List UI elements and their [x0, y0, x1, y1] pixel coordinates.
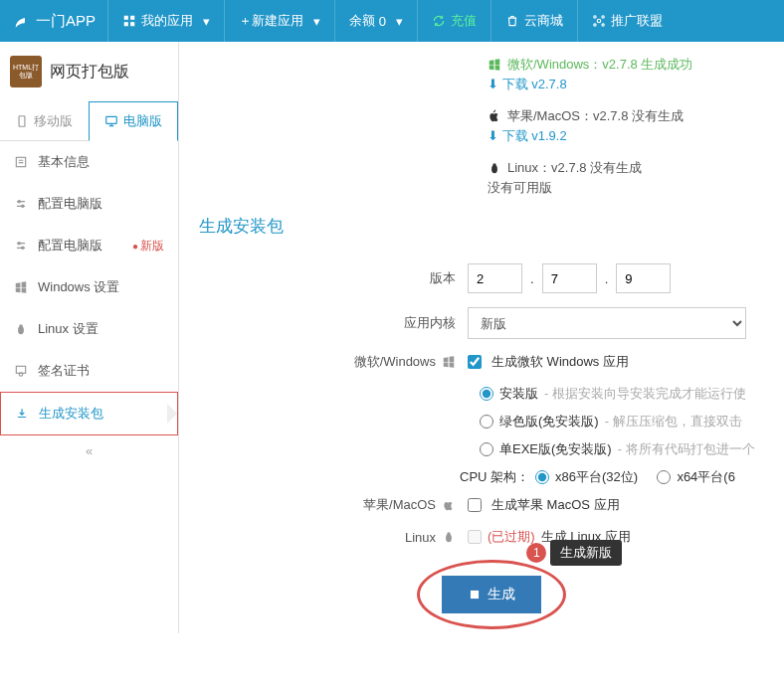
annotation-label: 生成新版 — [550, 540, 622, 566]
svg-rect-2 — [124, 22, 128, 26]
cpu-x86-radio[interactable] — [535, 470, 549, 484]
app-icon: HTML打包版 — [10, 56, 42, 87]
certificate-icon — [14, 364, 28, 378]
generate-button[interactable]: 生成 — [442, 576, 541, 613]
kernel-label: 应用内核 — [199, 314, 468, 332]
section-title: 生成安装包 — [199, 215, 784, 238]
package-icon — [468, 588, 482, 602]
linux-icon — [488, 161, 501, 175]
svg-point-23 — [447, 532, 451, 536]
download-windows-link[interactable]: ⬇ 下载 v2.7.8 — [488, 76, 567, 93]
svg-point-21 — [492, 163, 496, 167]
top-nav: 一门APP 我的应用 ▾ ＋ 新建应用 ▾ 余额 0 ▾ 充值 云商城 推广联盟 — [0, 0, 784, 42]
linux-row-label: Linux — [199, 530, 468, 545]
svg-point-8 — [602, 24, 604, 26]
info-icon — [14, 155, 28, 169]
svg-rect-24 — [471, 591, 479, 599]
refresh-icon — [432, 14, 446, 28]
svg-rect-10 — [106, 116, 117, 123]
version-major-input[interactable] — [468, 263, 522, 293]
app-name: 网页打包版 — [50, 62, 129, 83]
linux-icon — [14, 322, 28, 336]
svg-point-4 — [597, 19, 601, 23]
linux-icon — [442, 530, 456, 544]
status-windows: 微软/Windows：v2.7.8 生成成功 ⬇ 下载 v2.7.8 — [488, 56, 784, 93]
network-icon — [592, 14, 606, 28]
apple-icon — [488, 109, 501, 123]
svg-point-6 — [602, 16, 604, 18]
status-linux: Linux：v2.7.8 没有生成 没有可用版 — [488, 159, 784, 197]
kernel-select[interactable]: 新版 — [468, 307, 746, 339]
svg-rect-9 — [19, 115, 25, 126]
nav-my-apps[interactable]: 我的应用 ▾ — [107, 0, 224, 42]
collapse-sidebar[interactable]: « — [0, 435, 178, 466]
windows-icon — [488, 58, 501, 72]
app-header: HTML打包版 网页打包版 — [0, 42, 178, 101]
main-content: 微软/Windows：v2.7.8 生成成功 ⬇ 下载 v2.7.8 苹果/Ma… — [179, 42, 784, 633]
monitor-icon — [104, 114, 118, 128]
sliders-icon — [14, 239, 28, 253]
download-macos-link[interactable]: ⬇ 下载 v1.9.2 — [488, 127, 567, 145]
grid-icon — [122, 14, 136, 28]
macos-checkbox[interactable] — [468, 498, 482, 512]
menu-windows-settings[interactable]: Windows 设置 — [0, 266, 178, 308]
svg-point-7 — [594, 24, 596, 26]
macos-row-label: 苹果/MacOS — [199, 496, 468, 514]
svg-rect-1 — [130, 16, 134, 20]
svg-point-5 — [594, 16, 596, 18]
version-patch-input[interactable] — [616, 263, 671, 293]
leaf-icon — [12, 12, 30, 30]
windows-checkbox[interactable] — [468, 355, 482, 369]
nav-new-app[interactable]: ＋ 新建应用 ▾ — [224, 0, 334, 42]
svg-point-19 — [19, 373, 23, 377]
plus-icon: ＋ — [239, 12, 252, 30]
menu-config-desktop-new[interactable]: 配置电脑版 新版 — [0, 225, 178, 266]
svg-rect-3 — [130, 22, 134, 26]
brand: 一门APP — [0, 12, 107, 31]
bag-icon — [505, 14, 519, 28]
chevron-down-icon: ▾ — [203, 14, 210, 29]
opt-green-radio[interactable] — [480, 415, 493, 429]
phone-icon — [15, 114, 29, 128]
annotation-callout: 1 生成新版 — [526, 540, 622, 566]
menu-basic-info[interactable]: 基本信息 — [0, 141, 178, 183]
tab-mobile[interactable]: 移动版 — [0, 101, 89, 140]
linux-checkbox — [468, 530, 482, 544]
menu-certificate[interactable]: 签名证书 — [0, 350, 178, 392]
menu-build-package[interactable]: 生成安装包 — [0, 392, 178, 435]
windows-icon — [442, 355, 456, 369]
annotation-number: 1 — [526, 543, 546, 563]
version-minor-input[interactable] — [542, 263, 597, 293]
chevron-down-icon: ▾ — [396, 14, 403, 29]
nav-balance[interactable]: 余额 0 ▾ — [334, 0, 417, 42]
windows-row-label: 微软/Windows — [199, 353, 468, 371]
cpu-x64-radio[interactable] — [657, 470, 671, 484]
new-badge: 新版 — [132, 238, 164, 255]
opt-exe-radio[interactable] — [480, 442, 493, 456]
nav-recharge[interactable]: 充值 — [417, 0, 490, 42]
menu-linux-settings[interactable]: Linux 设置 — [0, 308, 178, 350]
svg-rect-0 — [124, 16, 128, 20]
version-label: 版本 — [199, 269, 468, 287]
menu-config-desktop[interactable]: 配置电脑版 — [0, 183, 178, 225]
svg-point-17 — [19, 324, 23, 328]
nav-promote[interactable]: 推广联盟 — [577, 0, 677, 42]
chevron-down-icon: ▾ — [313, 14, 320, 29]
tab-desktop[interactable]: 电脑版 — [89, 101, 179, 141]
cpu-label: CPU 架构： — [460, 468, 529, 486]
status-macos: 苹果/MacOS：v2.7.8 没有生成 ⬇ 下载 v1.9.2 — [488, 107, 784, 145]
sliders-icon — [14, 197, 28, 211]
platform-tabs: 移动版 电脑版 — [0, 101, 178, 141]
opt-install-radio[interactable] — [480, 387, 493, 401]
windows-icon — [14, 280, 28, 294]
apple-icon — [442, 498, 456, 512]
sidebar: HTML打包版 网页打包版 移动版 电脑版 基本信息 配置电脑版 — [0, 42, 179, 633]
download-icon — [15, 407, 29, 421]
nav-mall[interactable]: 云商城 — [490, 0, 577, 42]
